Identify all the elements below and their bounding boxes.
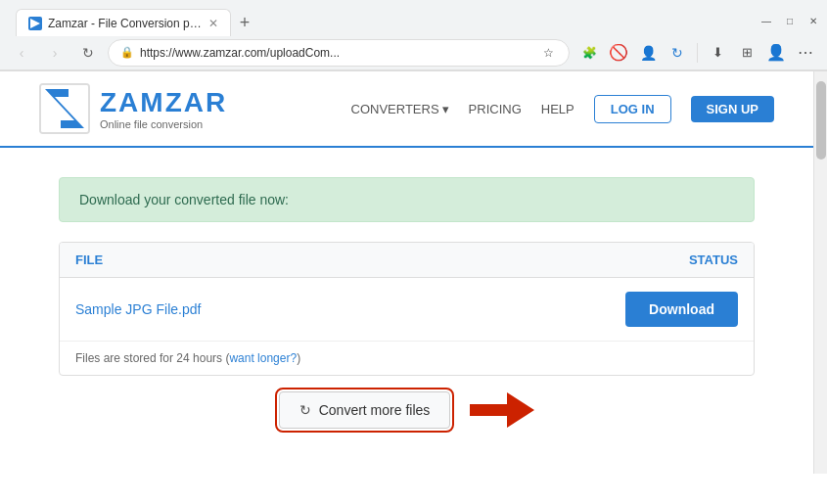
nav-converters[interactable]: CONVERTERS ▾	[351, 102, 449, 116]
table-footer: Files are stored for 24 hours (want long…	[60, 342, 754, 375]
account-icon[interactable]: 👤	[762, 39, 790, 67]
menu-icon[interactable]: ⋯	[792, 39, 819, 67]
blocked-icon[interactable]: 🚫	[605, 39, 632, 67]
file-table: FILE STATUS Sample JPG File.pdf Download…	[59, 242, 755, 376]
logo-tagline: Online file conversion	[100, 118, 227, 130]
site-header: ZAMZAR Online file conversion CONVERTERS…	[0, 71, 813, 148]
scrollbar-thumb[interactable]	[816, 81, 826, 160]
table-header: FILE STATUS	[60, 243, 754, 278]
scrollbar[interactable]	[813, 71, 827, 474]
download-button[interactable]: Download	[625, 292, 738, 327]
want-longer-link[interactable]: want longer?	[229, 351, 297, 365]
nav-pricing[interactable]: PRICING	[469, 102, 522, 116]
refresh-icon: ↻	[299, 402, 311, 418]
nav-area: CONVERTERS ▾ PRICING HELP LOG IN SIGN UP	[351, 95, 774, 123]
convert-more-button[interactable]: ↻ Convert more files	[279, 391, 451, 429]
convert-area: ↻ Convert more files	[59, 391, 755, 429]
forward-button[interactable]: ›	[41, 39, 69, 67]
login-button[interactable]: LOG IN	[594, 95, 671, 123]
new-tab-button[interactable]: +	[231, 9, 258, 36]
tab-favicon	[28, 17, 42, 30]
chevron-down-icon: ▾	[442, 102, 449, 116]
signup-button[interactable]: SIGN UP	[691, 96, 774, 122]
close-button[interactable]: ✕	[807, 15, 819, 26]
tab-close-button[interactable]: ✕	[208, 17, 218, 30]
back-button[interactable]: ‹	[8, 39, 35, 67]
address-bar[interactable]: 🔒 https://www.zamzar.com/uploadCom... ☆	[108, 39, 570, 67]
separator	[697, 43, 698, 63]
footer-text: Files are stored for 24 hours (	[75, 351, 229, 365]
logo-icon	[39, 83, 90, 134]
minimize-button[interactable]: —	[760, 15, 772, 26]
arrow-annotation	[470, 392, 534, 428]
profile-icon[interactable]: 👤	[634, 39, 662, 67]
svg-marker-0	[30, 19, 40, 28]
maximize-button[interactable]: □	[784, 15, 796, 26]
success-banner: Download your converted file now:	[59, 177, 755, 222]
logo-area: ZAMZAR Online file conversion	[39, 83, 227, 134]
success-message: Download your converted file now:	[79, 192, 289, 207]
tab-title: Zamzar - File Conversion progre...	[48, 17, 203, 30]
logo-name: ZAMZAR	[100, 87, 227, 118]
table-row: Sample JPG File.pdf Download	[60, 278, 754, 342]
bookmark-icon[interactable]: ☆	[539, 44, 557, 62]
file-name[interactable]: Sample JPG File.pdf	[75, 301, 201, 317]
col-file-header: FILE	[75, 252, 103, 267]
browser-tab[interactable]: Zamzar - File Conversion progre... ✕	[16, 9, 231, 36]
download-icon[interactable]: ⬇	[704, 39, 731, 67]
convert-more-label: Convert more files	[319, 402, 431, 418]
url-text: https://www.zamzar.com/uploadCom...	[140, 46, 533, 60]
refresh-icon[interactable]: ↻	[664, 39, 691, 67]
grid-icon[interactable]: ⊞	[733, 39, 760, 67]
nav-help[interactable]: HELP	[541, 102, 574, 116]
extensions-icon[interactable]: 🧩	[575, 39, 603, 67]
logo-text: ZAMZAR Online file conversion	[100, 87, 227, 130]
refresh-button[interactable]: ↻	[74, 39, 102, 67]
col-status-header: STATUS	[689, 252, 738, 267]
